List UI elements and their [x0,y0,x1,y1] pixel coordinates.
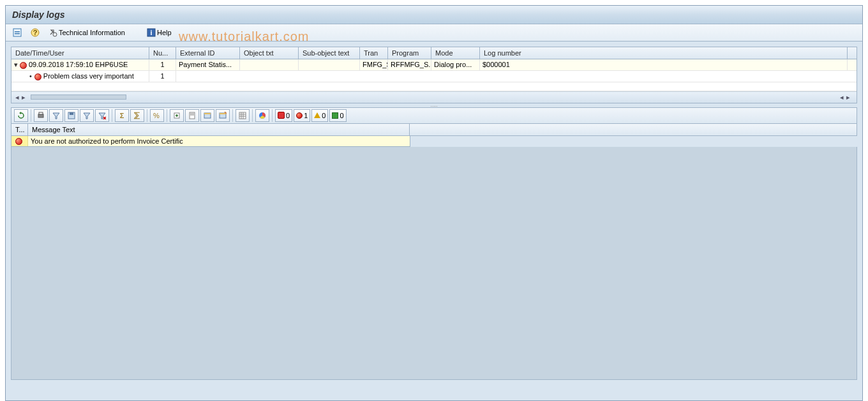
table-row[interactable]: ▾09.09.2018 17:59:10 EHP6USE 1 Payment S… [11,59,857,71]
svg-rect-8 [38,114,43,117]
empty-message-area [11,147,857,380]
svg-text:?: ? [33,29,38,36]
layout-button[interactable] [200,109,214,122]
error-icon [296,112,303,119]
message-header-row: T... Message Text [11,124,857,136]
svg-rect-0 [13,29,21,36]
layout-change-button[interactable] [216,109,230,122]
stop-icon [278,112,285,119]
row-extid: Payment Statis... [176,59,240,70]
ok-count: 0 [340,112,343,119]
filter-delete-button[interactable] [95,109,109,122]
sum-button[interactable]: Σ [115,109,129,122]
col-datetime-user[interactable]: Date/Time/User [11,47,149,59]
subtotal-button[interactable]: ⅀ [130,109,144,122]
warning-icon [314,112,320,118]
message-row[interactable]: You are not authorized to perform Invoic… [11,136,410,148]
main-toolbar: ? Technical Information i Help www.tutor… [6,24,862,42]
scroll-right-icon[interactable]: ▸ [22,93,28,102]
table-row[interactable]: •Problem class very important 1 [11,71,857,82]
warning-count-button[interactable]: 0 [311,109,328,122]
title-bar: Display logs [6,6,862,24]
stop-count: 0 [286,112,290,119]
content-area: Date/Time/User Nu... External ID Object … [6,42,862,400]
collapse-icon[interactable]: ▾ [14,61,18,68]
chart-button[interactable] [255,109,269,122]
navigate-button[interactable]: % [150,109,164,122]
help-label: Help [157,29,172,36]
row-child-num: 1 [149,71,176,82]
success-count-button[interactable]: 0 [329,109,346,122]
error-status-icon [15,138,22,145]
filter2-button[interactable] [80,109,94,122]
col-spacer [848,47,857,59]
print-button[interactable] [34,109,48,122]
row-child-text: Problem class very important [43,72,134,80]
log-tree-panel: Date/Time/User Nu... External ID Object … [11,47,857,103]
col-log-number[interactable]: Log number [480,47,848,59]
scroll-left-icon[interactable]: ◂ [15,93,22,102]
error-status-icon [20,62,27,69]
scroll-left2-icon[interactable]: ◂ [840,93,846,102]
svg-rect-11 [70,112,73,115]
row-datetime: 09.09.2018 17:59:10 EHP6USE [29,61,128,68]
error-count: 1 [304,112,308,119]
svg-rect-9 [39,112,43,114]
save-button[interactable] [64,109,79,122]
error-status-icon [34,73,41,80]
watermark-text: www.tutorialkart.com [179,29,310,44]
column-header-row: Date/Time/User Nu... External ID Object … [11,47,857,59]
message-text-cell: You are not authorized to perform Invoic… [28,136,410,147]
scroll-track[interactable] [31,95,126,100]
text-button[interactable] [185,109,199,122]
col-program[interactable]: Program [388,47,431,59]
col-mode[interactable]: Mode [431,47,480,59]
row-num: 1 [149,59,176,70]
col-message-text[interactable]: Message Text [28,124,410,135]
help-button[interactable]: i Help [144,26,175,39]
row-program: RFFMFG_S... [388,59,431,70]
svg-point-5 [53,33,57,36]
row-mode: Dialog pro... [431,59,480,70]
warn-count: 0 [322,112,326,119]
row-subobj [299,59,360,70]
col-sub-object-text[interactable]: Sub-object text [299,47,360,59]
window-frame: Display logs ? Technical Information i H… [5,5,863,401]
abort-count-button[interactable]: 0 [275,109,292,122]
grid-button[interactable] [236,109,250,122]
success-icon [332,112,338,119]
svg-text:⅀: ⅀ [133,112,140,119]
technical-information-button[interactable]: Technical Information [45,26,128,39]
svg-rect-24 [239,112,246,119]
message-toolbar: Σ ⅀ % 0 1 0 0 [11,107,857,124]
horizontal-scrollbar[interactable]: ◂ ▸ ◂ ▸ [11,91,857,103]
row-tran: FMFG_SS... [360,59,388,70]
svg-rect-21 [204,113,211,114]
svg-rect-1 [15,31,20,33]
svg-rect-23 [220,113,226,114]
col-object-txt[interactable]: Object txt [240,47,299,59]
svg-text:%: % [153,112,160,119]
filter-button[interactable] [49,109,63,122]
page-title: Display logs [12,10,64,20]
technical-information-label: Technical Information [59,29,125,36]
row-lognum: $000001 [480,59,848,70]
error-count-button[interactable]: 1 [294,109,310,122]
row-objtxt [240,59,299,70]
help-question-button[interactable]: ? [27,26,43,39]
col-number[interactable]: Nu... [149,47,176,59]
col-external-id[interactable]: External ID [176,47,240,59]
export-button[interactable] [170,109,184,122]
svg-rect-2 [15,33,20,34]
info-details-button[interactable] [10,26,25,39]
svg-text:i: i [150,29,152,36]
refresh-button[interactable] [14,109,28,122]
message-type-cell [11,136,28,147]
tree-rows: ▾09.09.2018 17:59:10 EHP6USE 1 Payment S… [11,59,857,91]
col-tran[interactable]: Tran [360,47,388,59]
col-type[interactable]: T... [11,124,28,135]
scroll-right2-icon[interactable]: ▸ [846,93,853,102]
